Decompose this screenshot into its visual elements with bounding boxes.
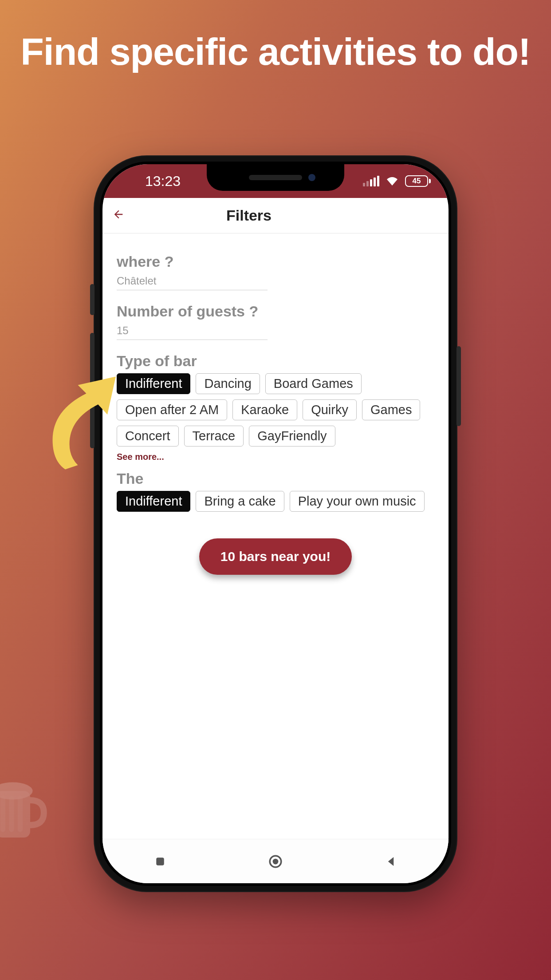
- results-cta-button[interactable]: 10 bars near you!: [199, 538, 352, 575]
- the-label: The: [117, 470, 434, 487]
- filter-chip[interactable]: Play your own music: [290, 491, 425, 512]
- where-label: where ?: [117, 253, 434, 270]
- android-nav-bar: [102, 839, 449, 883]
- filter-chip[interactable]: Dancing: [196, 373, 260, 394]
- marketing-headline: Find specific activities to do!: [0, 0, 551, 72]
- signal-icon: [363, 176, 379, 186]
- filter-chip[interactable]: Bring a cake: [196, 491, 284, 512]
- phone-notch: [207, 164, 344, 191]
- svg-rect-3: [18, 796, 23, 832]
- filter-chip[interactable]: Terrace: [184, 426, 244, 447]
- app-header: Filters: [102, 198, 449, 233]
- svg-rect-2: [9, 796, 14, 832]
- the-chips: IndifferentBring a cakePlay your own mus…: [117, 491, 434, 512]
- filters-content: where ? Number of guests ? Type of bar I…: [102, 233, 449, 575]
- filter-chip[interactable]: Quirky: [303, 399, 357, 420]
- guests-label: Number of guests ?: [117, 303, 434, 320]
- svg-point-7: [273, 858, 279, 864]
- filter-chip[interactable]: Karaoke: [232, 399, 297, 420]
- svg-rect-5: [156, 858, 164, 865]
- filter-chip[interactable]: Indifferent: [117, 373, 190, 394]
- phone-side-button: [90, 284, 94, 315]
- filter-chip[interactable]: Concert: [117, 426, 179, 447]
- phone-frame: 13:23 45: [94, 155, 457, 892]
- highlight-arrow-icon: [40, 364, 124, 474]
- battery-icon: 45: [405, 175, 431, 187]
- nav-back-icon[interactable]: [382, 853, 400, 870]
- type-of-bar-label: Type of bar: [117, 352, 434, 370]
- filter-chip[interactable]: Board Games: [265, 373, 362, 394]
- nav-recent-icon[interactable]: [151, 853, 169, 870]
- phone-power-button: [457, 346, 461, 426]
- beer-mug-decor: [0, 772, 49, 847]
- svg-rect-1: [0, 796, 5, 832]
- status-time: 13:23: [145, 173, 181, 190]
- see-more-link[interactable]: See more...: [117, 452, 434, 462]
- filter-chip[interactable]: Open after 2 AM: [117, 399, 227, 420]
- guests-input[interactable]: [117, 323, 268, 340]
- filter-chip[interactable]: Indifferent: [117, 491, 190, 512]
- page-title: Filters: [102, 207, 422, 224]
- wifi-icon: [386, 176, 399, 186]
- battery-level: 45: [413, 177, 421, 186]
- where-input[interactable]: [117, 273, 268, 290]
- nav-home-icon[interactable]: [267, 853, 284, 870]
- filter-chip[interactable]: Games: [362, 399, 420, 420]
- type-of-bar-chips: IndifferentDancingBoard GamesOpen after …: [117, 373, 434, 447]
- back-arrow-icon[interactable]: [112, 208, 125, 223]
- filter-chip[interactable]: GayFriendly: [249, 426, 335, 447]
